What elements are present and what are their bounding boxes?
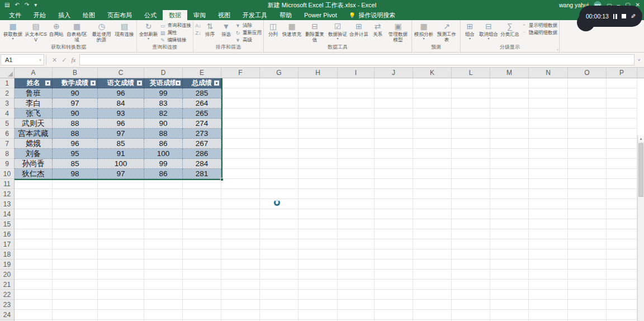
filter-button-chinese[interactable]: ▾	[136, 80, 143, 86]
ribbon-button-manage-data-model[interactable]: ▣管理数据模型	[386, 21, 410, 43]
column-header-C[interactable]: C	[98, 68, 144, 78]
cell-A4[interactable]: 张飞	[15, 108, 53, 119]
cell-C10[interactable]: 97	[98, 169, 144, 179]
filter-button-english[interactable]: ▾	[175, 80, 181, 86]
ribbon-button-forecast-sheet[interactable]: ↗预测工作表	[435, 21, 458, 43]
row-header-21[interactable]: 21	[0, 280, 14, 290]
cell-A7[interactable]: 嫦娥	[15, 139, 53, 149]
filter-button-math[interactable]: ▾	[90, 80, 96, 86]
cell-B4[interactable]: 90	[53, 108, 98, 119]
row-header-3[interactable]: 3	[0, 98, 14, 108]
fill-handle[interactable]	[220, 178, 224, 181]
ribbon-button-subtotal[interactable]: ∑分类汇总	[500, 21, 520, 37]
row-header-23[interactable]: 23	[0, 300, 14, 310]
dialog-launcher-icon[interactable]: ⌟	[556, 46, 558, 51]
tab-developer[interactable]: 开发工具	[236, 10, 273, 20]
column-header-B[interactable]: B	[53, 68, 98, 78]
ribbon-button-edit-links[interactable]: ✎编辑链接	[160, 37, 192, 44]
stop-icon[interactable]	[622, 14, 626, 18]
cell-C3[interactable]: 84	[98, 98, 144, 108]
filter-button-name[interactable]: ▾	[45, 80, 51, 86]
row-header-10[interactable]: 10	[0, 169, 14, 179]
cell-D5[interactable]: 90	[144, 119, 183, 129]
cell-E8[interactable]: 286	[183, 149, 221, 159]
ribbon-button-existing-connections[interactable]: ▤现有连接	[115, 21, 135, 37]
column-header-P[interactable]: P	[607, 68, 637, 78]
undo-icon[interactable]: ↶	[15, 0, 19, 10]
cell-D7[interactable]: 86	[144, 139, 183, 149]
row-header-4[interactable]: 4	[0, 108, 14, 119]
row-header-16[interactable]: 16	[0, 229, 14, 239]
cell-B9[interactable]: 85	[53, 159, 98, 169]
formula-input[interactable]	[79, 54, 634, 65]
row-header-5[interactable]: 5	[0, 119, 14, 129]
customize-quick-access-icon[interactable]: ▾	[34, 0, 37, 10]
ribbon-button-group[interactable]: ⊞组合▾	[462, 21, 477, 41]
ribbon-button-text-to-columns[interactable]: ◫分列	[266, 21, 281, 37]
ribbon-button-sort-asc[interactable]: A↓	[195, 22, 201, 29]
ribbon-button-hide-detail[interactable]: ⁻隐藏明细数据	[521, 30, 557, 36]
ribbon-button-sort[interactable]: ⇅排序	[202, 21, 217, 37]
row-header-24[interactable]: 24	[0, 310, 14, 320]
cell-D6[interactable]: 88	[144, 129, 183, 139]
cell-C2[interactable]: 96	[98, 88, 144, 98]
column-header-A[interactable]: A	[15, 68, 53, 78]
ribbon-button-from-web[interactable]: ⊕自网站	[49, 21, 64, 37]
row-header-17[interactable]: 17	[0, 239, 14, 249]
cell-D9[interactable]: 99	[144, 159, 183, 169]
row-header-6[interactable]: 6	[0, 129, 14, 139]
cell-D10[interactable]: 86	[144, 169, 183, 179]
tab-file[interactable]: 文件	[3, 10, 27, 20]
ribbon-button-clear[interactable]: ▼清除	[235, 22, 262, 29]
cell-D8[interactable]: 100	[144, 149, 183, 159]
ribbon-button-show-detail[interactable]: ⁺显示明细数据	[521, 22, 557, 29]
cell-C5[interactable]: 96	[98, 119, 144, 129]
tab-power-pivot[interactable]: Power Pivot	[298, 10, 343, 20]
tab-view[interactable]: 视图	[212, 10, 236, 20]
header-cell-total[interactable]: 总成绩▾	[183, 78, 221, 88]
row-header-13[interactable]: 13	[0, 199, 14, 209]
tell-me-search[interactable]: 💡 操作说明搜索	[343, 10, 401, 20]
row-header-2[interactable]: 2	[0, 88, 14, 98]
tab-data[interactable]: 数据	[163, 10, 187, 20]
column-header-M[interactable]: M	[490, 68, 529, 78]
row-header-12[interactable]: 12	[0, 189, 14, 199]
cell-C4[interactable]: 93	[98, 108, 144, 119]
row-header-22[interactable]: 22	[0, 290, 14, 300]
column-header-K[interactable]: K	[413, 68, 452, 78]
ribbon-button-filter[interactable]: ▼筛选	[219, 21, 234, 37]
cell-E10[interactable]: 281	[183, 169, 221, 179]
tab-help[interactable]: 帮助	[273, 10, 298, 20]
cell-B3[interactable]: 97	[53, 98, 98, 108]
header-cell-chinese[interactable]: 语文成绩▾	[98, 78, 144, 88]
cell-E9[interactable]: 284	[183, 159, 221, 169]
redo-icon[interactable]: ↷	[25, 0, 29, 10]
scroll-up-icon[interactable]: ▴	[638, 135, 644, 143]
ribbon-button-reapply[interactable]: ↻重新应用	[235, 30, 262, 36]
cell-E6[interactable]: 273	[183, 129, 221, 139]
row-header-8[interactable]: 8	[0, 149, 14, 159]
cell-E2[interactable]: 285	[183, 88, 221, 98]
save-icon[interactable]: ▤	[4, 0, 10, 10]
ribbon-button-ungroup[interactable]: ⊟取消组合▾	[479, 21, 499, 41]
cell-E7[interactable]: 267	[183, 139, 221, 149]
column-header-H[interactable]: H	[299, 68, 338, 78]
header-cell-math[interactable]: 数学成绩▾	[53, 78, 98, 88]
vertical-scrollbar[interactable]: ▴	[637, 135, 644, 321]
cell-B2[interactable]: 90	[53, 88, 98, 98]
ribbon-button-consolidate[interactable]: ⊞合并计算	[349, 21, 369, 37]
cell-D4[interactable]: 82	[144, 108, 183, 119]
column-header-L[interactable]: L	[452, 68, 490, 78]
select-all-corner[interactable]	[0, 68, 15, 78]
ribbon-button-data-validation[interactable]: ☑数据验证▾	[328, 21, 348, 41]
ribbon-button-relationships[interactable]: ⇄关系	[370, 21, 385, 37]
ribbon-button-from-table-range[interactable]: ▦自表格/区域	[65, 21, 89, 43]
cell-E5[interactable]: 274	[183, 119, 221, 129]
pause-icon[interactable]	[613, 14, 617, 19]
column-header-N[interactable]: N	[529, 68, 568, 78]
scrollbar-thumb[interactable]	[638, 143, 643, 197]
cell-C6[interactable]: 97	[98, 129, 144, 139]
ribbon-button-refresh-all[interactable]: ↻全部刷新▾	[139, 21, 159, 41]
cell-B6[interactable]: 88	[53, 129, 98, 139]
row-header-11[interactable]: 11	[0, 179, 14, 189]
